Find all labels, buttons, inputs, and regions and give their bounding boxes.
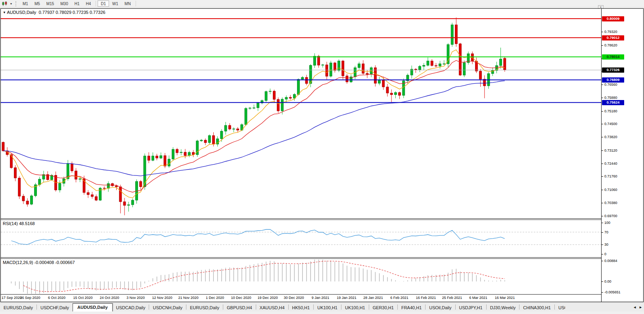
candle-body [14, 168, 17, 178]
rsi-line [11, 229, 504, 245]
time-axis[interactable]: 17 Sep 202026 Sep 20206 Oct 202015 Oct 2… [1, 295, 601, 302]
timeframe-button-M30[interactable]: M30 [57, 0, 71, 7]
chart-tab-USDCNH-Daily[interactable]: USDCNH,Daily [149, 304, 186, 312]
rsi-tick-label: 30 [604, 243, 608, 247]
price-tick-label: 0.73120 [604, 148, 617, 153]
price-axis[interactable]: 0.793200.786200.779400.772400.765600.758… [601, 9, 643, 302]
macd-panel: MACD(12,26,9) -0.000408 -0.000667 [1, 259, 601, 295]
time-axis-label: 17 Sep 2020 [2, 296, 22, 300]
chart-tab-USDCAD-Daily[interactable]: USDCAD,Daily [113, 304, 149, 312]
candle-body [123, 202, 126, 205]
time-axis-label: 6 Oct 2020 [48, 296, 65, 300]
candle-body [423, 65, 425, 66]
price-chart-canvas[interactable] [1, 9, 601, 218]
price-tick-label: 0.79320 [604, 30, 617, 34]
chart-tab-GER30-H1[interactable]: GER30,H1 [369, 304, 397, 312]
chart-tab-XAUUSD-H4[interactable]: XAUUSD,H4 [256, 304, 288, 312]
candle-body [18, 178, 21, 196]
candle-body [451, 25, 453, 45]
candle-body [285, 97, 288, 99]
tab-scroll-left-icon[interactable]: ◄ [633, 305, 636, 309]
candle-body [38, 179, 41, 185]
chart-tab-FRA40-H1[interactable]: FRA40,H1 [398, 304, 425, 312]
timeframe-button-H1[interactable]: H1 [71, 0, 83, 7]
price-tick [602, 85, 603, 85]
level-price-badge[interactable]: 0.80009 [602, 16, 624, 21]
toolbar-grip[interactable] [15, 1, 17, 6]
level-price-badge[interactable]: 0.79012 [602, 35, 624, 40]
time-axis-label: 3 Nov 2020 [126, 296, 145, 300]
chart-tab-USO[interactable]: USO [555, 304, 565, 312]
chart-tab-HK50-H1[interactable]: HK50,H1 [289, 304, 314, 312]
price-tick-label: 0.78620 [604, 43, 617, 48]
chart-ohlc-values: 0.77937 0.78029 0.77235 0.77326 [38, 10, 105, 15]
chart-tab-DJ30-Weekly[interactable]: DJ30,Weekly [487, 304, 519, 312]
candle-body [91, 195, 93, 196]
chart-type-icon[interactable] [1, 1, 9, 7]
price-chart-panel[interactable]: ▼ AUDUSD,Daily 0.77937 0.78029 0.77235 0… [1, 9, 601, 218]
level-price-badge[interactable]: 0.75624 [602, 100, 624, 105]
candle-body [131, 200, 134, 205]
level-price-badge[interactable]: 0.76809 [602, 77, 624, 83]
price-tick [602, 150, 603, 151]
chart-tab-UK100-H1[interactable]: UK100,H1 [314, 304, 341, 312]
chart-tab-USDJPY-H1[interactable]: USDJPY,H1 [456, 304, 486, 312]
current-price-badge: 0.77326 [602, 67, 624, 73]
chart-tab-EURUSD-Daily[interactable]: EURUSD,Daily [186, 304, 223, 312]
collapse-icon[interactable]: ▼ [3, 11, 6, 14]
chart-tab-bar: EURUSD,DailyUSDCHF,DailyAUDUSD,DailyUSDC… [0, 302, 644, 312]
toolbar: ▼ M1M5M15M30H1H4D1W1MN [0, 0, 644, 8]
candle-body [111, 183, 113, 186]
candlestick-glyph [2, 1, 8, 6]
timeframe-button-W1[interactable]: W1 [109, 0, 121, 7]
level-price-badge[interactable]: 0.78014 [602, 54, 624, 60]
price-tick [602, 98, 603, 98]
candle-body [75, 171, 77, 179]
chart-type-dropdown-icon[interactable]: ▼ [9, 2, 13, 5]
candle-body [184, 152, 186, 156]
candle-body [249, 108, 251, 108]
time-axis-label: 15 Oct 2020 [73, 296, 92, 300]
price-tick-label: 0.74500 [604, 122, 617, 126]
chart-tab-AUDUSD-Daily[interactable]: AUDUSD,Daily [73, 303, 112, 312]
tab-scroll-right-icon[interactable]: ► [639, 305, 642, 309]
candle-body [305, 77, 308, 83]
time-axis-label: 24 Oct 2020 [100, 296, 119, 300]
candle-body [204, 140, 207, 143]
timeframe-button-H4[interactable]: H4 [83, 0, 94, 7]
price-tick-label: 0.75880 [604, 96, 617, 100]
candle-body [443, 64, 445, 64]
chart-tab-EURUSD-Daily[interactable]: EURUSD,Daily [0, 304, 36, 312]
price-tick [602, 203, 603, 203]
chart-tab-GBPUSD-H4[interactable]: GBPUSD,H4 [223, 304, 256, 312]
candle-body [95, 196, 98, 200]
timeframe-button-D1[interactable]: D1 [98, 0, 109, 7]
candle-body [281, 99, 284, 111]
candle-body [148, 156, 150, 160]
rsi-tick [602, 245, 603, 245]
timeframe-button-M15[interactable]: M15 [43, 0, 57, 7]
timeframe-button-MN[interactable]: MN [121, 0, 134, 7]
chart-tab-UK100-H1[interactable]: UK100,H1 [341, 304, 369, 312]
candle-body [257, 103, 259, 108]
candle-body [431, 61, 433, 66]
candle-body [330, 63, 332, 76]
timeframe-button-M1[interactable]: M1 [19, 0, 31, 7]
status-bar [0, 312, 644, 314]
candle-body [172, 149, 174, 159]
candle-body [382, 80, 385, 87]
chart-tab-USOil-Daily[interactable]: USOil,Daily [426, 304, 455, 312]
rsi-tick [602, 223, 603, 223]
candle-body [2, 142, 4, 151]
timeframe-button-M5[interactable]: M5 [31, 0, 43, 7]
macd-tick-label: 0.00884 [604, 259, 617, 263]
candle-body [273, 91, 275, 100]
chart-window: ▼ AUDUSD,Daily 0.77937 0.78029 0.77235 0… [0, 8, 644, 302]
price-tick [602, 124, 603, 124]
candle-body [164, 156, 166, 166]
rsi-tick [602, 232, 603, 233]
chart-tab-USDCHF-Daily[interactable]: USDCHF,Daily [37, 304, 73, 312]
chart-tab-CHINA300-H1[interactable]: CHINA300,H1 [519, 304, 554, 312]
candle-body [399, 92, 401, 95]
candle-body [414, 69, 417, 69]
